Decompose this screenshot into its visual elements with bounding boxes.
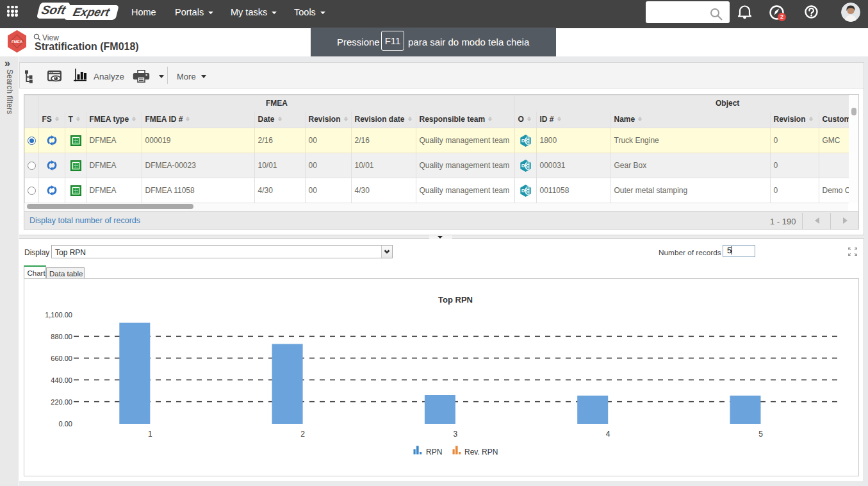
svg-text:4: 4 bbox=[606, 430, 610, 439]
svg-text:RPN: RPN bbox=[426, 448, 442, 457]
svg-text:440.00: 440.00 bbox=[51, 376, 72, 384]
svg-text:Top RPN: Top RPN bbox=[438, 295, 473, 305]
svg-text:3: 3 bbox=[454, 430, 458, 439]
svg-text:1,100.00: 1,100.00 bbox=[45, 311, 72, 319]
svg-text:660.00: 660.00 bbox=[51, 355, 72, 362]
svg-text:220.00: 220.00 bbox=[51, 398, 72, 406]
svg-text:1: 1 bbox=[148, 430, 152, 439]
svg-text:880.00: 880.00 bbox=[51, 333, 72, 340]
svg-text:FMEA: FMEA bbox=[12, 40, 23, 44]
svg-text:5: 5 bbox=[758, 430, 763, 439]
svg-text:0.00: 0.00 bbox=[59, 420, 72, 428]
svg-text:2: 2 bbox=[300, 430, 305, 439]
svg-text:Rev. RPN: Rev. RPN bbox=[464, 448, 498, 457]
